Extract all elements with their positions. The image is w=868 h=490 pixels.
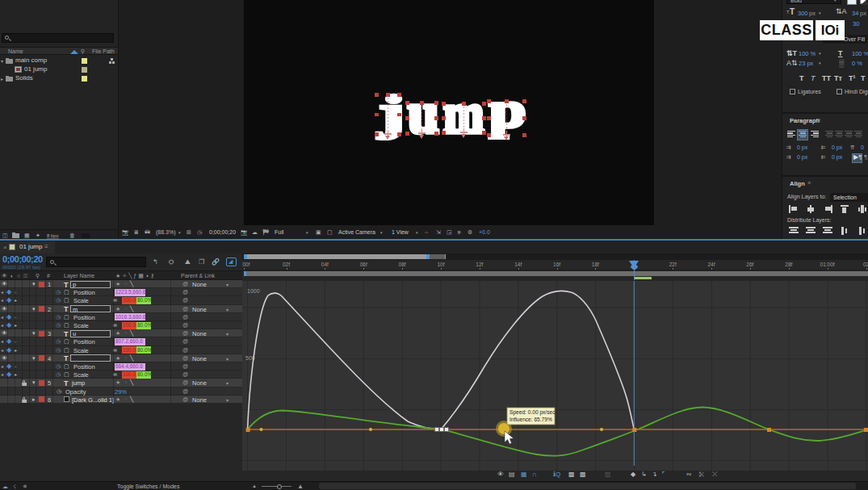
svg-text:1000: 1000 [247,288,260,294]
svg-text:Speed: 0.00 px/sec: Speed: 0.00 px/sec [509,409,556,416]
svg-text:Influence: 65.79%: Influence: 65.79% [509,417,552,422]
